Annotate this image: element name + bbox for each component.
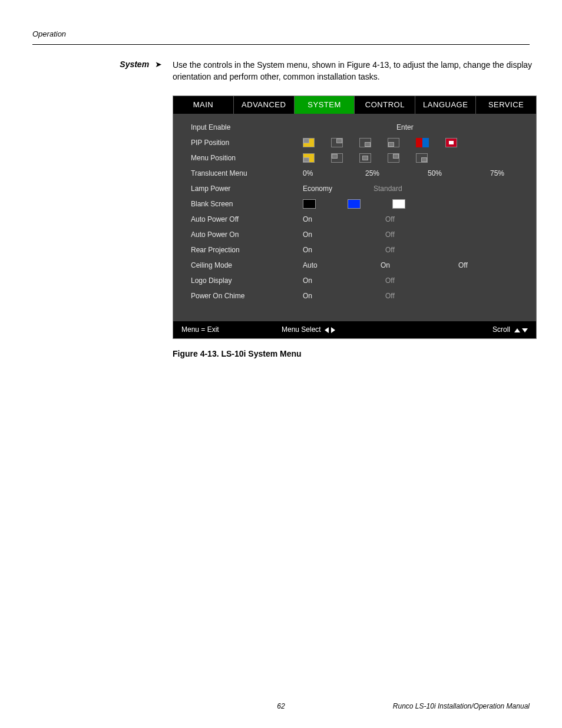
row-logo-display: Logo Display OnOff <box>191 273 525 288</box>
option-standard[interactable]: Standard <box>373 184 409 194</box>
label-power-on-chime: Power On Chime <box>191 291 303 301</box>
menu-tabs: MAINADVANCEDSYSTEMCONTROLLANGUAGESERVICE <box>173 96 536 114</box>
row-rear-projection: Rear Projection OnOff <box>191 242 525 258</box>
label-ceiling-mode: Ceiling Mode <box>191 261 303 271</box>
color-swatch-0030ff[interactable] <box>348 199 361 209</box>
option-on[interactable]: On <box>381 261 416 271</box>
row-input-enable: Input Enable Enter <box>191 120 525 135</box>
section-header: Operation <box>32 29 530 38</box>
label-auto-power-on: Auto Power On <box>191 230 303 240</box>
pip-top-right-icon[interactable] <box>331 138 343 147</box>
triangle-left-icon <box>325 327 329 333</box>
menupos-bl-icon[interactable] <box>303 153 315 163</box>
row-blank-screen: Blank Screen <box>191 196 525 212</box>
label-pip-position: PIP Position <box>191 138 303 148</box>
system-menu-figure: MAINADVANCEDSYSTEMCONTROLLANGUAGESERVICE… <box>173 95 537 339</box>
option-off[interactable]: Off <box>385 291 421 301</box>
pip-top-left-icon[interactable] <box>303 138 315 147</box>
option-on[interactable]: On <box>303 291 338 301</box>
option-50[interactable]: 50% <box>428 169 463 179</box>
label-lamp-power: Lamp Power <box>191 184 303 194</box>
tab-language[interactable]: LANGUAGE <box>415 96 476 114</box>
color-swatch-000000[interactable] <box>303 199 316 209</box>
triangle-right-icon <box>331 327 335 333</box>
row-ceiling-mode: Ceiling Mode AutoOnOff <box>191 258 525 273</box>
option-on[interactable]: On <box>303 230 338 240</box>
tab-system[interactable]: SYSTEM <box>295 96 355 114</box>
option-75[interactable]: 75% <box>490 169 525 179</box>
triangle-down-icon <box>522 328 528 332</box>
footer-scroll: Scroll <box>492 325 510 334</box>
tab-main[interactable]: MAIN <box>173 96 234 114</box>
footer-select: Menu Select <box>282 325 321 334</box>
pbp-icon[interactable] <box>416 138 429 147</box>
option-auto[interactable]: Auto <box>303 261 338 271</box>
label-blank-screen: Blank Screen <box>191 199 303 209</box>
menu-footer-bar: Menu = Exit Menu Select Scroll <box>173 321 536 338</box>
row-power-on-chime: Power On Chime OnOff <box>191 288 525 304</box>
pip-bottom-right-icon[interactable] <box>359 138 371 147</box>
tab-advanced[interactable]: ADVANCED <box>234 96 295 114</box>
row-pip-position: PIP Position <box>191 135 525 150</box>
triangle-up-icon <box>514 328 520 332</box>
label-auto-power-off: Auto Power Off <box>191 215 303 225</box>
label-input-enable: Input Enable <box>191 123 303 133</box>
option-0[interactable]: 0% <box>303 169 338 179</box>
color-swatch-ffffff[interactable] <box>392 199 405 209</box>
option-on[interactable]: On <box>303 215 338 225</box>
option-off[interactable]: Off <box>385 245 421 255</box>
divider <box>32 44 530 45</box>
row-auto-power-off: Auto Power Off OnOff <box>191 212 525 227</box>
menu-body: Input Enable Enter PIP Position <box>173 114 536 321</box>
tab-service[interactable]: SERVICE <box>476 96 536 114</box>
tab-control[interactable]: CONTROL <box>355 96 415 114</box>
sidebar-label: System ➤ <box>32 60 162 360</box>
row-auto-power-on: Auto Power On OnOff <box>191 227 525 242</box>
footer-exit: Menu = Exit <box>181 325 282 335</box>
value-input-enable[interactable]: Enter <box>396 123 432 133</box>
option-on[interactable]: On <box>303 276 338 286</box>
pip-off-icon[interactable] <box>445 138 457 147</box>
option-off[interactable]: Off <box>385 230 421 240</box>
figure-caption: Figure 4-13. LS-10i System Menu <box>173 348 537 360</box>
label-menu-position: Menu Position <box>191 153 303 163</box>
label-rear-projection: Rear Projection <box>191 245 303 255</box>
label-translucent: Translucent Menu <box>191 169 303 179</box>
intro-text: Use the controls in the System menu, sho… <box>173 60 537 83</box>
row-translucent: Translucent Menu 0%25%50%75% <box>191 166 525 181</box>
label-logo-display: Logo Display <box>191 276 303 286</box>
row-menu-position: Menu Position <box>191 150 525 166</box>
option-off[interactable]: Off <box>385 215 421 225</box>
arrow-right-icon: ➤ <box>155 60 162 69</box>
row-lamp-power: Lamp Power EconomyStandard <box>191 181 525 196</box>
menupos-tl-icon[interactable] <box>331 153 343 163</box>
option-economy[interactable]: Economy <box>303 184 338 194</box>
option-25[interactable]: 25% <box>365 169 401 179</box>
menupos-br-icon[interactable] <box>416 153 428 163</box>
menupos-c-icon[interactable] <box>359 153 371 163</box>
option-off[interactable]: Off <box>458 261 494 271</box>
pip-bottom-left-icon[interactable] <box>388 138 399 147</box>
option-on[interactable]: On <box>303 245 338 255</box>
option-off[interactable]: Off <box>385 276 421 286</box>
system-label: System <box>120 60 149 69</box>
menupos-tr-icon[interactable] <box>388 153 399 163</box>
